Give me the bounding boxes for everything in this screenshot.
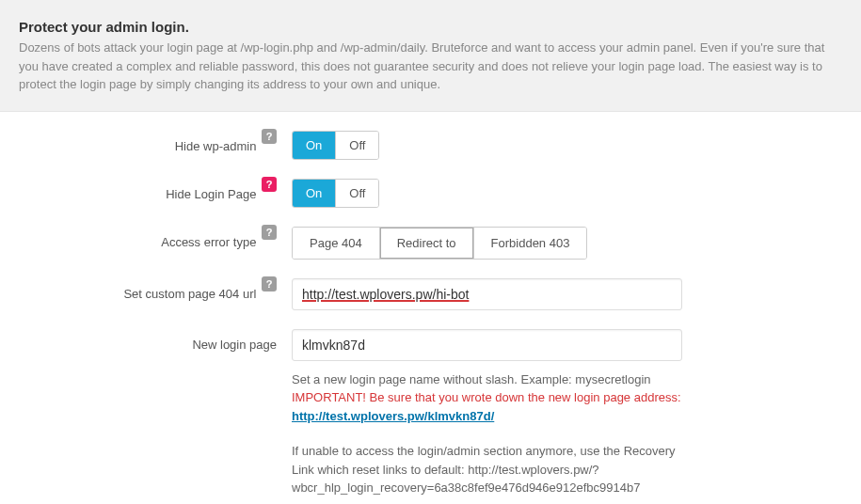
toggle-on-button[interactable]: On [293,180,335,207]
row-new-login-page: New login page Set a new login page name… [0,329,861,497]
recovery-hint: If unable to access the login/admin sect… [292,442,687,497]
settings-header: Protect your admin login. Dozens of bots… [0,0,861,112]
toggle-off-button[interactable]: Off [335,180,378,207]
row-custom-404-url: Set custom page 404 url ? [0,278,861,310]
option-forbidden-403[interactable]: Forbidden 403 [473,228,587,259]
toggle-hide-wp-admin: On Off [292,131,379,160]
hint-important: IMPORTANT! Be sure that you wrote down t… [292,390,681,404]
new-login-hint: Set a new login page name without slash.… [292,370,687,426]
help-icon[interactable]: ? [262,225,277,240]
header-title: Protect your admin login. [19,19,842,35]
help-icon[interactable]: ? [262,276,277,291]
radio-access-error-type: Page 404 Redirect to Forbidden 403 [292,227,587,260]
help-icon[interactable]: ? [262,129,277,144]
toggle-off-button[interactable]: Off [335,132,378,159]
option-redirect-to[interactable]: Redirect to [379,228,473,259]
help-icon[interactable]: ? [262,177,277,192]
row-access-error-type: Access error type ? Page 404 Redirect to… [0,227,861,260]
label-hide-login-page: Hide Login Page [166,187,256,201]
label-access-error-type: Access error type [161,235,256,249]
new-login-page-input[interactable] [292,329,682,361]
label-custom-404-url: Set custom page 404 url [123,287,256,301]
row-hide-login-page: Hide Login Page ? On Off [0,179,861,208]
option-page-404[interactable]: Page 404 [293,228,379,259]
toggle-hide-login-page: On Off [292,179,379,208]
hint-example: Set a new login page name without slash.… [292,372,651,386]
row-hide-wp-admin: Hide wp-admin ? On Off [0,131,861,160]
new-login-url-link[interactable]: http://test.wplovers.pw/klmvkn87d/ [292,409,494,423]
settings-form: Hide wp-admin ? On Off Hide Login Page ?… [0,112,861,505]
toggle-on-button[interactable]: On [293,132,335,159]
label-hide-wp-admin: Hide wp-admin [175,139,257,153]
header-description: Dozens of bots attack your login page at… [19,39,842,94]
label-new-login-page: New login page [192,338,277,352]
custom-404-url-input[interactable] [292,278,682,310]
